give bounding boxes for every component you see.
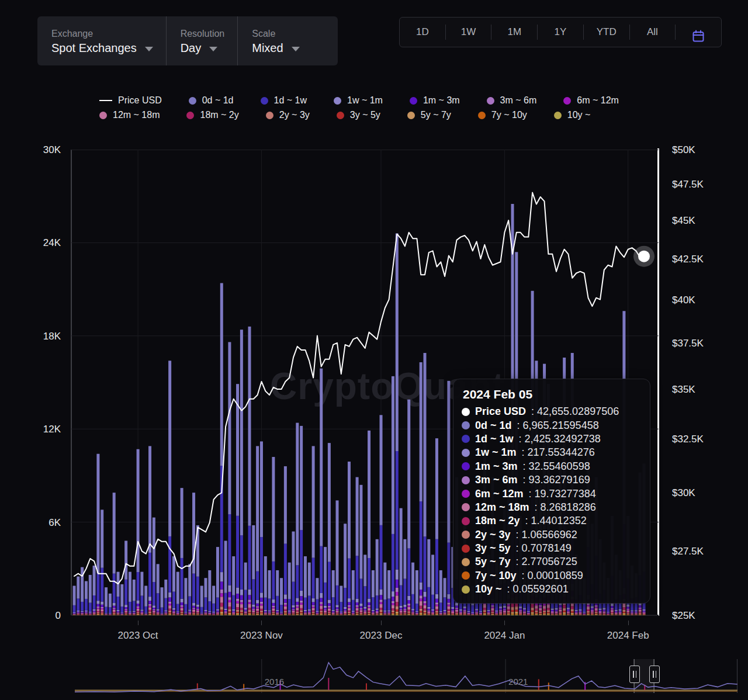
stacked-bar[interactable] [264,556,267,615]
range-button-ytd[interactable]: YTD [584,18,629,46]
stacked-bar[interactable] [392,376,394,615]
legend-item-1w-1m[interactable]: 1w ~ 1m [334,95,383,106]
stacked-bar[interactable] [415,570,418,615]
stacked-bar[interactable] [176,572,179,615]
stacked-bar[interactable] [424,353,427,615]
stacked-bar[interactable] [352,570,355,615]
stacked-bar[interactable] [427,539,430,615]
stacked-bar[interactable] [252,525,255,615]
stacked-bar[interactable] [220,283,223,615]
legend-item-10y-[interactable]: 10y ~ [554,110,591,120]
legend-item-1m-3m[interactable]: 1m ~ 3m [410,95,460,106]
resolution-dropdown[interactable]: Resolution Day [166,16,238,65]
stacked-bar[interactable] [89,575,92,615]
stacked-bar[interactable] [157,564,160,615]
stacked-bar[interactable] [117,572,120,615]
range-button-1w[interactable]: 1W [446,18,491,46]
stacked-bar[interactable] [168,361,171,615]
stacked-bar[interactable] [260,441,263,615]
stacked-bar[interactable] [420,362,423,615]
calendar-button[interactable] [676,22,721,43]
stacked-bar[interactable] [444,578,446,615]
stacked-bar[interactable] [93,566,96,615]
stacked-bar[interactable] [256,446,259,615]
range-button-1m[interactable]: 1M [491,18,537,46]
stacked-bar[interactable] [268,570,271,615]
legend-item-18m-2y[interactable]: 18m ~ 2y [186,110,238,120]
stacked-bar[interactable] [153,518,155,615]
stacked-bar[interactable] [120,584,123,615]
stacked-bar[interactable] [447,381,450,615]
stacked-bar[interactable] [181,488,183,615]
stacked-bar[interactable] [73,586,76,615]
stacked-bar[interactable] [308,563,311,615]
stacked-bar[interactable] [212,586,215,615]
stacked-bar[interactable] [248,327,251,615]
legend-item-0d-1d[interactable]: 0d ~ 1d [189,95,234,106]
stacked-bar[interactable] [336,500,339,615]
stacked-bar[interactable] [164,580,167,615]
legend-item-1d-1w[interactable]: 1d ~ 1w [261,95,307,106]
stacked-bar[interactable] [363,555,366,615]
stacked-bar[interactable] [280,578,283,615]
legend-item-3m-6m[interactable]: 3m ~ 6m [487,95,537,106]
stacked-bar[interactable] [205,578,207,615]
stacked-bar[interactable] [344,524,347,615]
range-button-1d[interactable]: 1D [400,18,445,46]
stacked-bar[interactable] [407,400,410,615]
scale-dropdown[interactable]: Scale Mixed [237,16,312,65]
stacked-bar[interactable] [292,532,295,615]
stacked-bar[interactable] [340,586,342,615]
stacked-bar[interactable] [320,369,323,615]
stacked-bar[interactable] [435,438,438,615]
stacked-bar[interactable] [380,415,383,615]
stacked-bar[interactable] [216,547,219,615]
stacked-bar[interactable] [228,342,231,615]
stacked-bar[interactable] [172,556,175,615]
stacked-bar[interactable] [133,580,136,615]
stacked-bar[interactable] [161,587,164,615]
stacked-bar[interactable] [332,570,335,615]
range-button-1y[interactable]: 1Y [538,18,583,46]
stacked-bar[interactable] [240,330,243,615]
stacked-bar[interactable] [148,446,151,615]
stacked-bar[interactable] [304,556,307,615]
stacked-bar[interactable] [272,457,275,615]
stacked-bar[interactable] [244,563,247,615]
legend-item-12m-18m[interactable]: 12m ~ 18m [99,110,160,120]
stacked-bar[interactable] [288,563,291,615]
stacked-bar[interactable] [400,508,403,615]
price-marker[interactable] [638,251,650,262]
stacked-bar[interactable] [296,423,299,615]
stacked-bar[interactable] [411,563,414,615]
stacked-bar[interactable] [113,493,116,615]
stacked-bar[interactable] [312,446,315,615]
stacked-bar[interactable] [85,581,88,615]
stacked-bar[interactable] [276,570,279,615]
stacked-bar[interactable] [232,556,235,615]
stacked-bar[interactable] [356,477,359,615]
stacked-bar[interactable] [140,572,143,615]
stacked-bar[interactable] [300,426,303,615]
stacked-bar[interactable] [137,449,140,615]
stacked-bar[interactable] [324,547,327,615]
stacked-bar[interactable] [129,572,131,615]
stacked-bar[interactable] [188,564,191,615]
stacked-bar[interactable] [387,570,390,615]
stacked-bar[interactable] [77,577,79,615]
stacked-bar[interactable] [431,555,434,615]
stacked-bar[interactable] [328,443,331,615]
stacked-bar[interactable] [359,485,362,615]
stacked-bar[interactable] [439,570,442,615]
stacked-bar[interactable] [316,578,318,615]
exchange-dropdown[interactable]: Exchange Spot Exchanges [37,16,166,65]
stacked-bar[interactable] [124,540,127,615]
stacked-bar[interactable] [396,233,399,615]
stacked-bar[interactable] [224,540,227,615]
stacked-bar[interactable] [96,454,99,615]
stacked-bar[interactable] [348,462,351,615]
nav-handle-left[interactable] [629,666,640,683]
range-button-all[interactable]: All [630,18,676,46]
stacked-bar[interactable] [144,586,147,615]
stacked-bar[interactable] [403,539,406,615]
